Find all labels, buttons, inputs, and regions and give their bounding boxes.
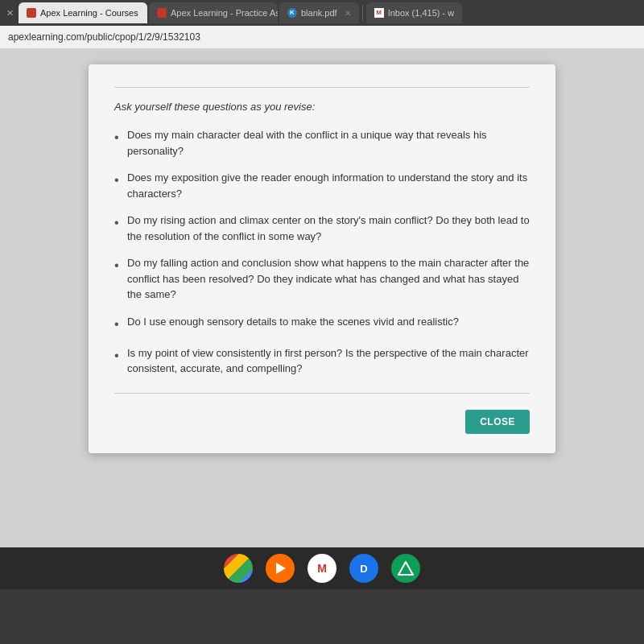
drive-svg <box>398 561 414 576</box>
tab-blank-pdf-label: blank.pdf <box>301 8 337 18</box>
bullet-text-2: Does my exposition give the reader enoug… <box>127 170 530 201</box>
tab-apex-courses-label: Apex Learning - Courses <box>40 8 138 18</box>
taskbar: M D <box>0 547 644 589</box>
bullet-dot-4: • <box>114 256 127 275</box>
tab-gmail-label: Inbox (1,415) - w <box>388 8 455 18</box>
tab-apex-practice[interactable]: Apex Learning - Practice Assign ✕ <box>149 2 278 23</box>
first-close-x[interactable]: ✕ <box>3 8 17 19</box>
tab-gmail-inbox[interactable]: M Inbox (1,415) - w <box>366 2 463 23</box>
bottom-divider <box>114 393 530 394</box>
play-svg <box>273 561 287 576</box>
gmail-tab-icon: M <box>374 8 384 18</box>
bullet-text-6: Is my point of view consistently in firs… <box>127 345 530 377</box>
browser-chrome: ✕ Apex Learning - Courses ✕ Apex Learnin… <box>0 0 644 48</box>
list-item: • Do my rising action and climax center … <box>114 213 530 244</box>
tab-blank-pdf[interactable]: K blank.pdf ✕ <box>279 2 359 23</box>
address-bar[interactable]: apexlearning.com/public/cpop/1/2/9/15321… <box>0 26 644 48</box>
top-divider <box>114 87 530 88</box>
tab-apex-courses-close[interactable]: ✕ <box>146 9 147 18</box>
bullet-dot-6: • <box>114 346 127 365</box>
bullet-text-1: Does my main character deal with the con… <box>127 127 530 159</box>
bullet-dot-3: • <box>114 213 127 233</box>
close-button-row: CLOSE <box>114 410 530 434</box>
pdf-icon: K <box>287 8 297 18</box>
list-item: • Is my point of view consistently in fi… <box>114 345 530 377</box>
tab-blank-pdf-close[interactable]: ✕ <box>345 9 351 18</box>
list-item: • Do I use enough sensory details to mak… <box>114 314 530 334</box>
bullet-dot-2: • <box>114 171 127 190</box>
tab-bar: ✕ Apex Learning - Courses ✕ Apex Learnin… <box>0 0 644 26</box>
taskbar-play-icon[interactable] <box>266 554 295 583</box>
svg-marker-0 <box>276 563 286 574</box>
close-button[interactable]: CLOSE <box>465 410 530 434</box>
modal-card: Ask yourself these questions as you revi… <box>89 64 555 453</box>
bullet-text-4: Do my falling action and conclusion show… <box>127 255 530 303</box>
tab-separator <box>362 5 363 21</box>
address-bar-text: apexlearning.com/public/cpop/1/2/9/15321… <box>8 31 200 43</box>
list-item: • Does my main character deal with the c… <box>114 127 530 159</box>
list-item: • Does my exposition give the reader eno… <box>114 170 530 201</box>
bullet-dot-1: • <box>114 128 127 147</box>
apex-practice-icon <box>157 8 167 18</box>
content-area: Ask yourself these questions as you revi… <box>0 48 644 547</box>
tab-apex-practice-label: Apex Learning - Practice Assign <box>171 8 278 18</box>
taskbar-drive-icon[interactable] <box>391 554 420 583</box>
taskbar-docs-icon[interactable]: D <box>349 554 378 583</box>
taskbar-gmail-icon[interactable]: M <box>308 554 336 583</box>
taskbar-chrome-icon[interactable] <box>224 554 253 583</box>
tab-apex-courses[interactable]: Apex Learning - Courses ✕ <box>19 2 147 23</box>
card-intro: Ask yourself these questions as you revi… <box>114 101 530 113</box>
svg-marker-1 <box>398 562 413 575</box>
apex-courses-icon <box>27 8 36 18</box>
docs-letter: D <box>360 563 367 575</box>
list-item: • Do my falling action and conclusion sh… <box>114 255 530 303</box>
bullet-list: • Does my main character deal with the c… <box>114 127 530 377</box>
bullet-text-3: Do my rising action and climax center on… <box>127 213 530 244</box>
bullet-dot-5: • <box>114 315 127 334</box>
gmail-letter: M <box>317 562 327 575</box>
bullet-text-5: Do I use enough sensory details to make … <box>127 314 530 330</box>
